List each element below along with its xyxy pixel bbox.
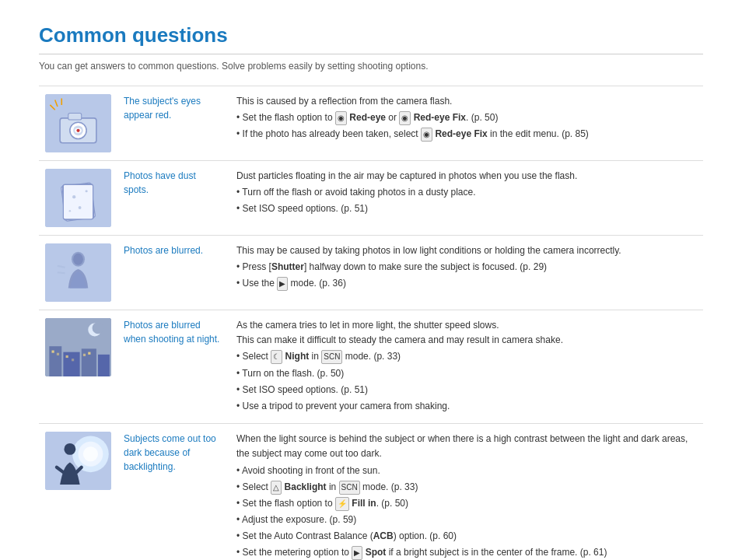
svg-rect-27	[49, 346, 61, 376]
list-item: Set ISO speed options. (p. 51)	[236, 201, 697, 216]
svg-rect-13	[63, 185, 93, 220]
row-image-cell	[39, 310, 117, 424]
row-label: The subject's eyes appear red.	[124, 96, 201, 121]
list-item: Set the flash option to ⚡ Fill in. (p. 5…	[236, 496, 697, 511]
row-label-cell: Photos are blurred.	[117, 236, 230, 310]
row-intro: As the camera tries to let in more light…	[236, 320, 563, 345]
row-desc-cell: When the light source is behind the subj…	[230, 424, 703, 560]
row-bullets: Turn off the flash or avoid taking photo…	[236, 185, 697, 216]
row-image-cell	[39, 424, 117, 560]
svg-point-40	[83, 447, 98, 462]
row-desc-cell: This may be caused by taking photos in l…	[230, 236, 703, 310]
row-bullets: Set the flash option to ◉ Red-eye or ◉ R…	[236, 110, 697, 142]
svg-point-6	[76, 129, 79, 132]
row-label: Photos are blurred when shooting at nigh…	[124, 320, 219, 345]
svg-rect-36	[98, 355, 110, 376]
list-item: Set the Auto Contrast Balance (ACB) opti…	[236, 529, 697, 544]
list-item: If the photo has already been taken, sel…	[236, 127, 697, 142]
table-row: The subject's eyes appear red. This is c…	[39, 86, 703, 161]
row-desc-cell: This is caused by a reflection from the …	[230, 86, 703, 161]
svg-point-26	[93, 323, 104, 334]
svg-point-15	[86, 190, 88, 192]
list-item: Turn off the flash or avoid taking photo…	[236, 185, 697, 200]
row-label-cell: Subjects come out too dark because of ba…	[117, 424, 230, 560]
row-image-cell	[39, 86, 117, 161]
list-item: Select ☾ Night in SCN mode. (p. 33)	[236, 349, 697, 364]
svg-point-17	[69, 210, 72, 212]
list-item: Use a tripod to prevent your camera from…	[236, 399, 697, 414]
svg-rect-2	[68, 114, 82, 121]
row-intro: When the light source is behind the subj…	[236, 433, 688, 459]
table-row: Subjects come out too dark because of ba…	[39, 424, 703, 560]
svg-point-20	[73, 254, 83, 265]
row-intro: Dust particles floating in the air may b…	[236, 170, 577, 181]
list-item: Avoid shooting in front of the sun.	[236, 464, 697, 478]
page-subtitle: You can get answers to common questions.…	[39, 61, 703, 72]
row-image	[45, 94, 111, 152]
svg-point-16	[79, 206, 82, 209]
row-desc-cell: As the camera tries to let in more light…	[230, 310, 703, 424]
row-label: Photos have dust spots.	[124, 170, 196, 195]
svg-rect-28	[52, 351, 54, 353]
row-desc-cell: Dust particles floating in the air may b…	[230, 161, 703, 236]
row-label-cell: The subject's eyes appear red.	[117, 86, 230, 161]
list-item: Turn on the flash. (p. 50)	[236, 366, 697, 381]
list-item: Select △ Backlight in SCN mode. (p. 33)	[236, 480, 697, 495]
svg-rect-34	[83, 354, 86, 356]
row-label-cell: Photos are blurred when shooting at nigh…	[117, 310, 230, 424]
row-image	[45, 243, 111, 302]
row-bullets: Select ☾ Night in SCN mode. (p. 33) Turn…	[236, 349, 697, 414]
row-label-cell: Photos have dust spots.	[117, 161, 230, 236]
svg-rect-31	[66, 355, 68, 358]
svg-rect-29	[57, 353, 59, 355]
row-label: Subjects come out too dark because of ba…	[124, 433, 216, 472]
list-item: Use the ▶ mode. (p. 36)	[236, 276, 697, 291]
row-image-cell	[39, 236, 117, 310]
list-item: Set the metering option to ▶ Spot if a b…	[236, 545, 697, 560]
table-row: Photos are blurred. This may be caused b…	[39, 236, 703, 310]
row-image-cell	[39, 161, 117, 236]
svg-rect-35	[88, 352, 90, 355]
svg-point-41	[64, 443, 75, 455]
row-bullets: Avoid shooting in front of the sun. Sele…	[236, 464, 697, 561]
row-bullets: Press [Shutter] halfway down to make sur…	[236, 260, 697, 291]
svg-line-22	[58, 273, 65, 274]
faq-table: The subject's eyes appear red. This is c…	[39, 86, 703, 560]
svg-rect-32	[72, 359, 74, 361]
row-label: Photos are blurred.	[124, 245, 203, 256]
row-image	[45, 432, 111, 490]
list-item: Set ISO speed options. (p. 51)	[236, 383, 697, 397]
row-image	[45, 318, 111, 376]
svg-point-14	[72, 195, 75, 198]
table-row: Photos have dust spots. Dust particles f…	[39, 161, 703, 236]
list-item: Set the flash option to ◉ Red-eye or ◉ R…	[236, 110, 697, 125]
page-title: Common questions	[39, 23, 703, 54]
row-intro: This may be caused by taking photos in l…	[236, 245, 621, 256]
row-intro: This is caused by a reflection from the …	[236, 96, 452, 107]
list-item: Press [Shutter] halfway down to make sur…	[236, 260, 697, 275]
row-image	[45, 169, 111, 227]
list-item: Adjust the exposure. (p. 59)	[236, 513, 697, 527]
table-row: Photos are blurred when shooting at nigh…	[39, 310, 703, 424]
